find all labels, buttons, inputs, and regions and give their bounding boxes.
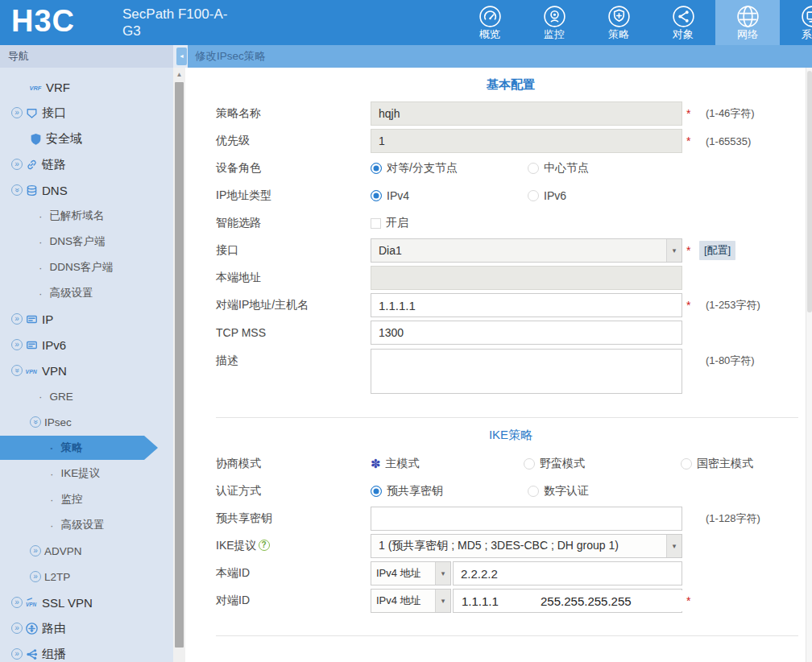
description-textarea[interactable]	[371, 349, 682, 394]
sidebar-item-dns-resolved[interactable]: ·已解析域名	[0, 203, 173, 229]
peer-id-label: 对端ID	[216, 594, 371, 608]
radio-checked-icon	[371, 190, 382, 201]
sidebar-item-interface[interactable]: »接口	[0, 100, 173, 126]
psk-input[interactable]	[371, 507, 682, 531]
sidebar-item-ssl-vpn[interactable]: »VPNSSL VPN	[0, 590, 173, 615]
link-icon	[25, 158, 39, 172]
sidebar-item-ipsec-advanced[interactable]: ·高级设置	[0, 512, 173, 538]
policy-name-hint: (1-46字符)	[706, 106, 755, 121]
tab-bar: 修改IPsec策略	[188, 45, 812, 68]
radio-digital-cert[interactable]: 数字认证	[528, 484, 589, 499]
nav-item-policy[interactable]: 策略	[586, 0, 651, 45]
sidebar-item-label: 接口	[42, 106, 66, 121]
ike-proposal-dropdown[interactable]: 1 (预共享密钥 ; MD5 ; 3DES-CBC ; DH group 1) …	[371, 534, 682, 558]
chevron-down-icon: ▾	[666, 535, 682, 557]
ike-proposal-dropdown-value: 1 (预共享密钥 ; MD5 ; 3DES-CBC ; DH group 1)	[371, 539, 666, 553]
chevron-right-circle-icon[interactable]: »	[30, 571, 41, 582]
peer-id-type-dropdown[interactable]: IPv4 地址 ▾	[371, 589, 451, 613]
sidebar-item-dns-advanced[interactable]: ·高级设置	[0, 280, 173, 306]
policy-name-input[interactable]	[371, 101, 682, 126]
nav-item-monitor[interactable]: 监控	[522, 0, 586, 45]
sidebar-item-advpn[interactable]: »ADVPN	[0, 538, 173, 564]
monitor-icon	[801, 5, 812, 28]
chevron-down-circle-icon[interactable]: »	[30, 416, 41, 428]
radio-unchecked-icon	[528, 190, 539, 201]
sidebar-item-label: IKE提议	[61, 466, 101, 481]
nav-item-label: 网络	[737, 29, 758, 40]
chevron-down-circle-icon[interactable]: »	[11, 184, 23, 196]
chevron-right-circle-icon[interactable]: »	[11, 648, 23, 660]
sidebar-item-ipsec[interactable]: »IPsec	[0, 409, 173, 435]
sidebar-item-multicast[interactable]: »组播	[0, 641, 173, 662]
priority-input[interactable]	[371, 129, 682, 153]
chevron-right-circle-icon[interactable]: »	[11, 313, 23, 325]
smart-routing-checkbox[interactable]: 开启	[371, 216, 408, 230]
chevron-right-circle-icon[interactable]: »	[11, 339, 23, 350]
nav-item-overview[interactable]: 概览	[458, 0, 522, 45]
radio-unchecked-icon	[528, 163, 539, 174]
radio-peer-branch-node[interactable]: 对等/分支节点	[371, 161, 528, 176]
sidebar-collapse-button[interactable]: ◂	[176, 48, 187, 65]
radio-main-mode[interactable]: ✽ 主模式	[371, 457, 524, 471]
chevron-down-circle-icon[interactable]: »	[11, 365, 23, 376]
radio-pre-shared-key[interactable]: 预共享密钥	[371, 484, 528, 499]
sidebar-item-vrf[interactable]: VRFVRF	[0, 74, 173, 100]
sidebar-item-label: IPsec	[44, 416, 72, 428]
interface-configure-button[interactable]: [配置]	[699, 241, 735, 260]
help-icon[interactable]: ?	[259, 540, 270, 551]
radio-checked-icon	[371, 163, 382, 174]
chevron-right-circle-icon[interactable]: »	[11, 597, 23, 608]
nav-item-system[interactable]: 系统	[780, 0, 812, 45]
nav-item-object[interactable]: 对象	[651, 0, 715, 45]
peer-id-inputs	[453, 589, 682, 613]
peer-ip-input[interactable]	[371, 293, 682, 317]
local-id-input[interactable]	[453, 561, 682, 585]
nav-item-network[interactable]: 网络	[715, 0, 780, 45]
sidebar-item-dns[interactable]: »DNS	[0, 177, 173, 203]
main-scrollbar-thumb[interactable]	[807, 71, 812, 312]
sidebar-item-dns-client[interactable]: ·DNS客户端	[0, 229, 173, 254]
chevron-right-circle-icon[interactable]: »	[11, 107, 23, 118]
chevron-right-circle-icon[interactable]: »	[11, 623, 23, 634]
row-local-address: 本端地址	[216, 264, 806, 292]
scroll-up-arrow-icon[interactable]: ▲	[173, 69, 185, 81]
sidebar-item-ike-proposal[interactable]: ·IKE提议	[0, 461, 173, 486]
sidebar-scrollbar-thumb[interactable]	[175, 82, 184, 648]
local-id-type-dropdown[interactable]: IPv4 地址 ▾	[371, 561, 451, 585]
svg-text:VRF: VRF	[30, 84, 42, 91]
nav-panel-header: 导航	[0, 45, 173, 68]
chevron-right-circle-icon[interactable]: »	[11, 159, 23, 170]
sidebar-item-l2tp[interactable]: »L2TP	[0, 564, 173, 590]
row-auth-mode: 认证方式 预共享密钥 数字认证	[216, 478, 806, 505]
shield-icon	[29, 132, 43, 146]
radio-ipv6[interactable]: IPv6	[528, 189, 566, 202]
peer-id-mask-input[interactable]	[532, 590, 709, 611]
sidebar-item-ddns-client[interactable]: ·DDNS客户端	[0, 254, 173, 280]
sidebar-item-link[interactable]: »链路	[0, 151, 173, 177]
radio-aggressive-mode[interactable]: 野蛮模式	[524, 457, 681, 471]
sidebar-item-ipv6[interactable]: »IPv6	[0, 332, 173, 358]
tcp-mss-input[interactable]	[371, 321, 682, 345]
radio-center-node[interactable]: 中心节点	[528, 161, 589, 176]
multicast-icon	[25, 648, 39, 661]
radio-ipv4[interactable]: IPv4	[371, 189, 528, 202]
sidebar-scrollbar: ▲	[173, 68, 185, 662]
sidebar-item-ipsec-monitor[interactable]: ·监控	[0, 486, 173, 512]
sidebar-item-vpn[interactable]: »VPNVPN	[0, 358, 173, 383]
sidebar-item-label: GRE	[50, 391, 73, 403]
peer-id-ip-input[interactable]	[454, 590, 532, 611]
sidebar-item-ip[interactable]: »IP	[0, 306, 173, 332]
radio-label: 预共享密钥	[387, 484, 443, 499]
local-address-input[interactable]	[371, 266, 682, 290]
sidebar-item-security-zone[interactable]: 安全域	[0, 126, 173, 151]
sidebar-item-gre[interactable]: ·GRE	[0, 383, 173, 409]
interface-dropdown[interactable]: Dia1 ▾	[371, 238, 682, 263]
vpn-icon: VPN	[25, 364, 39, 378]
tab-modify-ipsec-policy[interactable]: 修改IPsec策略	[188, 45, 812, 68]
sidebar-item-ipsec-policy[interactable]: ·策略	[0, 436, 158, 460]
radio-label: IPv6	[544, 189, 566, 202]
sidebar-item-route[interactable]: »路由	[0, 615, 173, 641]
chevron-right-circle-icon[interactable]: »	[30, 545, 41, 556]
row-tcp-mss: TCP MSS	[216, 319, 806, 346]
radio-gm-main-mode[interactable]: 国密主模式	[681, 457, 753, 471]
